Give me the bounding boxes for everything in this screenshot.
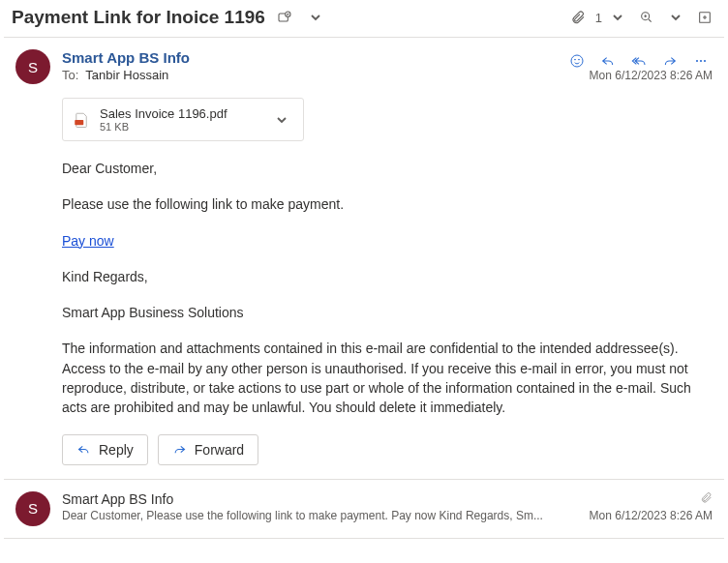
popout-icon[interactable] [693, 6, 716, 29]
svg-point-8 [700, 60, 702, 62]
svg-point-7 [696, 60, 698, 62]
svg-point-9 [704, 60, 706, 62]
pdf-icon [73, 111, 90, 129]
collapsed-attachment-icon [590, 491, 713, 507]
label-icon[interactable] [273, 6, 296, 29]
reply-icon[interactable] [598, 49, 618, 73]
react-icon[interactable] [567, 49, 587, 73]
message-card: S Smart App BS Info To: Tanbir Hossain M… [4, 37, 724, 480]
svg-point-6 [579, 59, 580, 60]
reply-all-icon[interactable] [629, 49, 649, 73]
subject-text: Payment Link for Inoice 1196 [12, 7, 265, 28]
zoom-icon[interactable] [635, 6, 658, 29]
attachment-chevron-icon[interactable] [270, 108, 293, 132]
svg-rect-10 [75, 120, 83, 125]
attach-chevron-icon[interactable] [606, 6, 629, 29]
reply-button[interactable]: Reply [62, 434, 148, 465]
recipient-name: Tanbir Hossain [85, 68, 168, 82]
message-body: Dear Customer, Please use the following … [62, 159, 713, 418]
payment-link[interactable]: Pay now [62, 233, 114, 249]
body-line1: Please use the following link to make pa… [62, 194, 701, 214]
label-chevron-icon[interactable] [304, 6, 327, 29]
forward-button-label: Forward [195, 442, 244, 458]
attachment-chip[interactable]: Sales Invoice 1196.pdf 51 KB [62, 98, 304, 141]
body-disclaimer: The information and attachments containe… [62, 339, 701, 417]
zoom-chevron-icon[interactable] [664, 6, 687, 29]
collapsed-date: Mon 6/12/2023 8:26 AM [590, 509, 713, 522]
forward-button[interactable]: Forward [158, 434, 258, 465]
svg-point-5 [575, 59, 576, 60]
avatar: S [15, 491, 50, 526]
more-icon[interactable] [691, 49, 711, 73]
to-label: To: [62, 68, 78, 82]
body-signature: Smart App Business Solutions [62, 303, 701, 322]
message-toolbar [567, 49, 711, 73]
attachment-size: 51 KB [100, 121, 260, 133]
body-greeting: Dear Customer, [62, 159, 701, 178]
subject-bar: Payment Link for Inoice 1196 1 [0, 0, 728, 37]
reply-button-label: Reply [99, 442, 134, 458]
collapsed-message[interactable]: S Smart App BS Info Dear Customer, Pleas… [4, 480, 724, 539]
reply-forward-row: Reply Forward [62, 434, 713, 465]
avatar: S [15, 49, 50, 84]
recipients: To: Tanbir Hossain [62, 68, 590, 82]
attachment-count: 1 [595, 11, 602, 25]
attachment-icon[interactable] [566, 6, 590, 29]
collapsed-sender: Smart App BS Info [62, 491, 578, 507]
sender-name[interactable]: Smart App BS Info [62, 49, 590, 66]
body-regards: Kind Regards, [62, 267, 701, 286]
forward-icon[interactable] [660, 49, 680, 73]
collapsed-preview: Dear Customer, Please use the following … [62, 509, 556, 522]
svg-point-4 [571, 55, 583, 67]
attachment-name: Sales Invoice 1196.pdf [100, 106, 260, 121]
